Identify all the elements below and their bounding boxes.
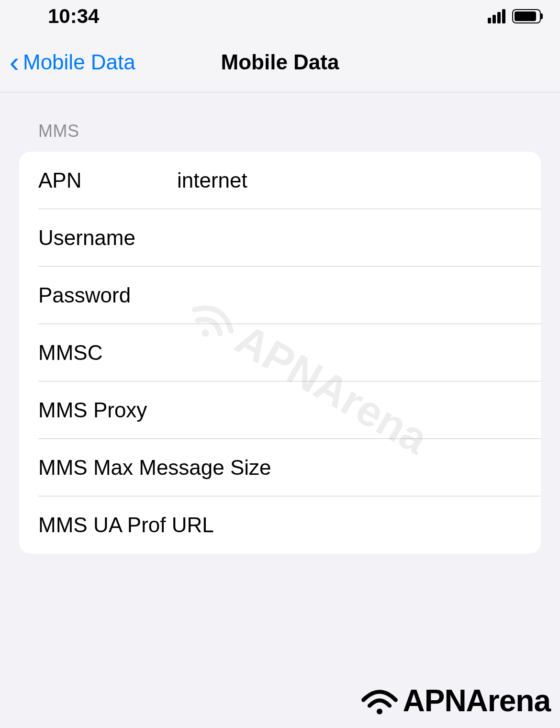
content: MMS APN internet Username Password MMSC … [0,92,560,554]
row-mms-max-size[interactable]: MMS Max Message Size [19,439,541,496]
label-mms-ua-prof: MMS UA Prof URL [38,513,214,537]
row-mmsc[interactable]: MMSC [19,324,541,381]
page-title: Mobile Data [221,50,339,74]
status-indicators [488,9,541,23]
section-header-mms: MMS [19,121,541,141]
battery-icon [512,9,541,23]
label-apn: APN [38,168,177,192]
label-mms-proxy: MMS Proxy [38,398,177,422]
status-bar: 10:34 [0,0,560,33]
value-apn: internet [177,168,247,192]
svg-point-1 [377,709,382,715]
status-time: 10:34 [48,5,99,28]
row-mms-ua-prof[interactable]: MMS UA Prof URL [19,496,541,554]
footer-brand-text: APNArena [403,683,550,718]
label-mms-max-size: MMS Max Message Size [38,456,271,480]
footer-brand: APNArena [360,683,550,718]
back-label: Mobile Data [23,50,135,74]
label-mmsc: MMSC [38,341,177,365]
row-apn[interactable]: APN internet [19,152,541,209]
back-button[interactable]: ‹ Mobile Data [0,48,135,77]
label-username: Username [38,226,177,250]
wifi-icon [360,686,399,715]
label-password: Password [38,283,177,307]
settings-group-mms: APN internet Username Password MMSC MMS … [19,152,541,554]
row-username[interactable]: Username [19,209,541,267]
chevron-left-icon: ‹ [10,48,19,77]
row-password[interactable]: Password [19,267,541,324]
row-mms-proxy[interactable]: MMS Proxy [19,381,541,439]
cellular-signal-icon [488,9,505,23]
navigation-bar: ‹ Mobile Data Mobile Data [0,33,560,92]
